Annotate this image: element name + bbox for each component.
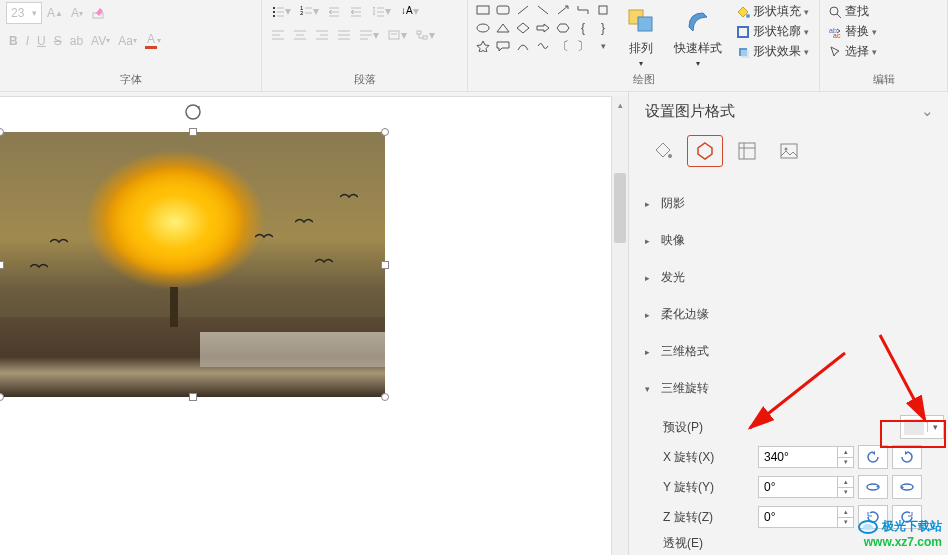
shape-rarrow-icon[interactable]: [534, 20, 552, 36]
shape-tri-icon[interactable]: [494, 20, 512, 36]
shape-fill-button[interactable]: 形状填充▾: [734, 2, 811, 21]
replace-button[interactable]: abac替换▾: [826, 22, 879, 41]
indent-inc-button[interactable]: [346, 2, 366, 20]
shapes-gallery[interactable]: { } 〔 〕 ▾: [474, 2, 612, 54]
resize-handle[interactable]: [189, 393, 197, 401]
shape-lbrace-icon[interactable]: {: [574, 20, 592, 36]
justify-button[interactable]: [334, 27, 354, 43]
align-center-button[interactable]: [290, 27, 310, 43]
resize-handle[interactable]: [381, 128, 389, 136]
increase-font-icon[interactable]: A▲: [44, 4, 66, 22]
pane-tab-picture[interactable]: [771, 135, 807, 167]
shape-diamond-icon[interactable]: [514, 20, 532, 36]
section-glow[interactable]: ▸发光: [645, 265, 944, 290]
shape-square-icon[interactable]: [594, 2, 612, 18]
resize-handle[interactable]: [381, 393, 389, 401]
clear-format-icon[interactable]: [88, 4, 108, 22]
section-3d-format[interactable]: ▸三维格式: [645, 339, 944, 364]
change-case-button[interactable]: Aa▾: [115, 32, 140, 50]
text-direction-button[interactable]: ↓A▾: [396, 2, 422, 20]
pane-tab-fill[interactable]: [645, 135, 681, 167]
shape-line-icon[interactable]: [514, 2, 532, 18]
x-rotate-right-button[interactable]: [892, 445, 922, 469]
decrease-font-icon[interactable]: A▾: [68, 4, 86, 22]
align-text-button[interactable]: ▾: [384, 26, 410, 44]
resize-handle[interactable]: [381, 261, 389, 269]
y-rotate-up-button[interactable]: [858, 475, 888, 499]
resize-handle[interactable]: [0, 393, 4, 401]
font-size-input[interactable]: 23▾: [6, 2, 42, 24]
x-rotation-label: X 旋转(X): [663, 449, 758, 466]
section-softedge[interactable]: ▸柔化边缘: [645, 302, 944, 327]
shape-rect-icon[interactable]: [474, 2, 492, 18]
svg-rect-8: [417, 31, 421, 34]
indent-dec-button[interactable]: [324, 2, 344, 20]
scroll-up-icon[interactable]: ▴: [612, 96, 628, 113]
underline-button[interactable]: U: [34, 32, 49, 50]
svg-rect-17: [738, 27, 748, 37]
find-button[interactable]: 查找: [826, 2, 879, 21]
bold-button[interactable]: B: [6, 32, 21, 50]
shape-free-icon[interactable]: [534, 38, 552, 54]
shapes-more-icon[interactable]: ▾: [594, 38, 612, 54]
resize-handle[interactable]: [0, 261, 4, 269]
scroll-thumb[interactable]: [614, 173, 626, 243]
shape-rrect-icon[interactable]: [494, 2, 512, 18]
y-rotate-down-button[interactable]: [892, 475, 922, 499]
x-rotation-input[interactable]: ▴▾: [758, 446, 854, 468]
svg-point-27: [785, 148, 788, 151]
shape-arrow-icon[interactable]: [554, 2, 572, 18]
pane-tab-size[interactable]: [729, 135, 765, 167]
pane-chevron-icon[interactable]: ⌄: [921, 102, 934, 121]
x-rotate-left-button[interactable]: [858, 445, 888, 469]
bullets-button[interactable]: ▾: [268, 2, 294, 20]
shape-connector-icon[interactable]: [574, 2, 592, 18]
align-right-button[interactable]: [312, 27, 332, 43]
smartart-button[interactable]: ▾: [412, 26, 438, 44]
section-3d-rotation[interactable]: ▾三维旋转: [645, 376, 944, 401]
pane-title: 设置图片格式: [645, 102, 735, 121]
preset-label: 预设(P): [663, 419, 758, 436]
spin-up-icon[interactable]: ▴: [838, 447, 853, 458]
selected-picture[interactable]: [0, 132, 385, 397]
slide-canvas[interactable]: [0, 96, 611, 555]
shape-outline-button[interactable]: 形状轮廓▾: [734, 22, 811, 41]
svg-point-20: [830, 7, 838, 15]
arrange-button[interactable]: 排列▾: [620, 2, 662, 70]
italic-button[interactable]: I: [23, 32, 32, 50]
shape-line2-icon[interactable]: [534, 2, 552, 18]
svg-point-1: [273, 7, 275, 9]
rotate-handle-icon[interactable]: [183, 102, 203, 122]
shape-curve-icon[interactable]: [514, 38, 532, 54]
shape-lbracket-icon[interactable]: 〔: [554, 38, 572, 54]
line-spacing-button[interactable]: ▾: [368, 2, 394, 20]
shape-hex-icon[interactable]: [554, 20, 572, 36]
picture-content: [0, 132, 385, 397]
strike-button[interactable]: S: [51, 32, 65, 50]
shape-callout-icon[interactable]: [494, 38, 512, 54]
shadow-text-button[interactable]: ab: [67, 32, 86, 50]
shape-effects-button[interactable]: 形状效果▾: [734, 42, 811, 61]
section-shadow[interactable]: ▸阴影: [645, 191, 944, 216]
vertical-scrollbar[interactable]: ▴: [611, 96, 628, 555]
pane-tab-effects[interactable]: [687, 135, 723, 167]
distribute-button[interactable]: ▾: [356, 26, 382, 44]
select-button[interactable]: 选择▾: [826, 42, 879, 61]
font-color-button[interactable]: A▾: [142, 30, 164, 51]
y-rotation-input[interactable]: ▴▾: [758, 476, 854, 498]
paragraph-group-label: 段落: [268, 70, 461, 91]
shape-rbracket-icon[interactable]: 〕: [574, 38, 592, 54]
resize-handle[interactable]: [189, 128, 197, 136]
align-left-button[interactable]: [268, 27, 288, 43]
shape-oval-icon[interactable]: [474, 20, 492, 36]
preset-dropdown[interactable]: ▾: [900, 415, 944, 439]
spin-down-icon[interactable]: ▾: [838, 458, 853, 468]
arrange-label: 排列: [629, 40, 653, 57]
shape-star-icon[interactable]: [474, 38, 492, 54]
numbering-button[interactable]: 12▾: [296, 2, 322, 20]
z-rotation-input[interactable]: ▴▾: [758, 506, 854, 528]
spacing-button[interactable]: AV▾: [88, 32, 113, 50]
quickstyle-button[interactable]: 快速样式▾: [670, 2, 726, 70]
section-reflection[interactable]: ▸映像: [645, 228, 944, 253]
shape-rbrace-icon[interactable]: }: [594, 20, 612, 36]
